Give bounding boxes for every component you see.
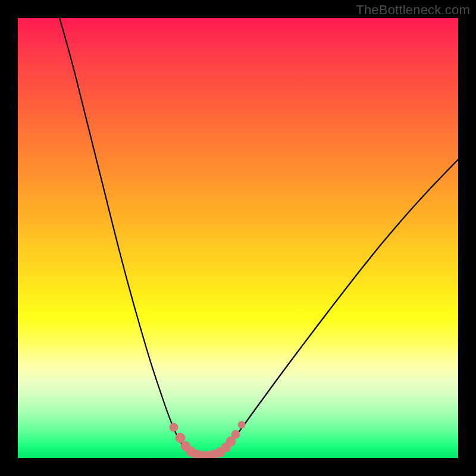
right-curve [219,159,458,454]
curve-layer [18,18,458,458]
watermark-text: TheBottleneck.com [356,2,470,18]
trough-marker-dot [176,433,185,443]
left-curve [60,18,192,454]
trough-markers [170,421,245,458]
trough-marker-dot [231,430,240,439]
trough-marker-dot [170,423,178,431]
plot-area [18,18,458,458]
chart-frame: TheBottleneck.com [0,0,476,476]
trough-marker-dot [238,421,245,428]
